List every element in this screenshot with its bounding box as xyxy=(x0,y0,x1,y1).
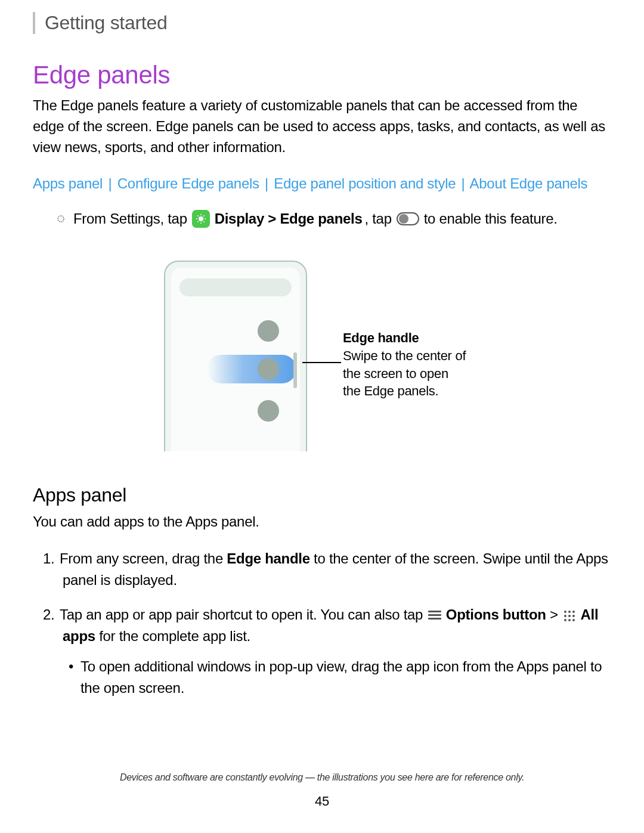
edge-handle-icon xyxy=(293,352,297,388)
page-number: 45 xyxy=(0,794,644,809)
svg-point-0 xyxy=(58,216,64,222)
sub-text: You can add apps to the Apps panel. xyxy=(33,513,611,530)
step-number: 2. xyxy=(43,604,60,625)
link-separator: | xyxy=(462,175,465,191)
link-configure[interactable]: Configure Edge panels xyxy=(117,175,259,191)
svg-line-6 xyxy=(197,216,198,216)
svg-line-9 xyxy=(203,216,204,216)
instruction-bold: Display > Edge panels xyxy=(215,210,363,227)
instruction-post: to enable this feature. xyxy=(424,210,558,227)
figure: Edge handle Swipe to the center of the s… xyxy=(33,261,611,451)
step-bold: Options button xyxy=(442,606,546,623)
svg-line-7 xyxy=(203,222,204,222)
sub-bullet: To open additional windows in pop-up vie… xyxy=(80,656,611,699)
breadcrumb-text: Getting started xyxy=(45,12,167,33)
breadcrumb: Getting started xyxy=(33,12,611,34)
instruction: From Settings, tap Display > Edge panels… xyxy=(57,210,611,228)
step-text: From any screen, drag the xyxy=(60,550,227,566)
callout: Edge handle Swipe to the center of the s… xyxy=(343,329,468,400)
link-position[interactable]: Edge panel position and style xyxy=(274,175,456,191)
instruction-mid: , tap xyxy=(365,210,392,227)
sub-heading: Apps panel xyxy=(33,484,611,506)
page-heading: Edge panels xyxy=(33,61,611,89)
intro-paragraph: The Edge panels feature a variety of cus… xyxy=(33,95,611,157)
step-2: 2.Tap an app or app pair shortcut to ope… xyxy=(63,604,611,699)
step-1: 1.From any screen, drag the Edge handle … xyxy=(63,548,611,591)
svg-point-1 xyxy=(199,216,203,221)
app-dot-icon xyxy=(258,320,279,342)
step-number: 1. xyxy=(43,548,60,569)
link-about[interactable]: About Edge panels xyxy=(470,175,588,191)
page-footer: Devices and software are constantly evol… xyxy=(0,772,644,809)
step-bold: Edge handle xyxy=(227,550,309,566)
toggle-off-icon xyxy=(397,212,419,225)
all-apps-grid-icon xyxy=(564,611,575,621)
callout-body: Swipe to the center of the screen to ope… xyxy=(343,347,468,400)
callout-leader-line xyxy=(302,362,341,363)
svg-line-8 xyxy=(197,222,198,222)
link-apps-panel[interactable]: Apps panel xyxy=(33,175,103,191)
step-text: Tap an app or app pair shortcut to open … xyxy=(60,606,423,623)
link-separator: | xyxy=(265,175,268,191)
search-pill-placeholder xyxy=(179,278,292,296)
anchor-links: Apps panel | Configure Edge panels | Edg… xyxy=(33,175,611,192)
app-dot-icon xyxy=(258,400,279,422)
footer-note: Devices and software are constantly evol… xyxy=(0,772,644,783)
steps-list: 1.From any screen, drag the Edge handle … xyxy=(63,548,611,699)
circle-bullet-icon xyxy=(57,215,65,223)
drag-gradient xyxy=(207,355,296,383)
phone-mockup xyxy=(164,261,307,451)
instruction-pre: From Settings, tap xyxy=(73,210,187,227)
display-settings-icon xyxy=(192,210,210,228)
options-menu-icon xyxy=(428,611,441,621)
link-separator: | xyxy=(108,175,112,191)
callout-title: Edge handle xyxy=(343,329,468,347)
step-sep: > xyxy=(546,606,562,623)
step-text: for the complete app list. xyxy=(95,628,250,644)
